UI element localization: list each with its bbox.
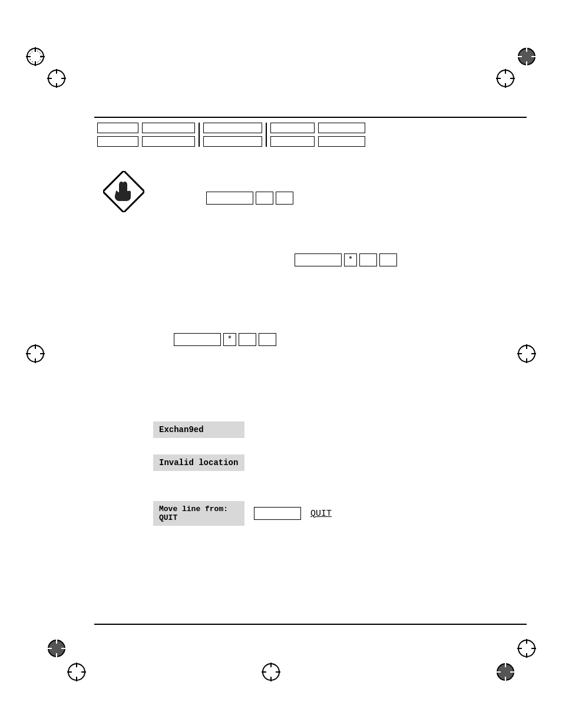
grid-rect bbox=[318, 123, 365, 133]
field-1a[interactable] bbox=[206, 192, 253, 205]
star-separator: * bbox=[344, 253, 357, 266]
reg-mark-ml bbox=[25, 343, 46, 364]
move-line-input[interactable] bbox=[254, 507, 301, 520]
reg-mark-tl-outer bbox=[25, 46, 46, 67]
star-separator-2: * bbox=[223, 333, 236, 346]
grid-col-1 bbox=[97, 123, 138, 147]
grid-rect bbox=[97, 123, 138, 133]
reg-mark-tl-inner bbox=[46, 68, 67, 89]
top-rule bbox=[94, 117, 527, 118]
move-line-area: Move line from: QUIT QUIT bbox=[153, 501, 332, 526]
grid-rect bbox=[270, 123, 315, 133]
svg-point-5 bbox=[29, 51, 41, 62]
reg-mark-bc bbox=[260, 661, 282, 683]
grid-rect bbox=[203, 123, 262, 133]
field-3a[interactable] bbox=[174, 333, 221, 346]
grid-col-4 bbox=[270, 123, 315, 147]
input-row-2: * bbox=[295, 253, 397, 266]
field-1b[interactable] bbox=[256, 192, 273, 205]
field-3c[interactable] bbox=[259, 333, 276, 346]
bottom-rule bbox=[94, 624, 527, 625]
warning-icon bbox=[103, 171, 144, 212]
status-area: Exchan9ed Invalid location bbox=[153, 421, 244, 487]
field-2a[interactable] bbox=[295, 253, 342, 266]
move-line-label: Move line from: QUIT bbox=[159, 505, 228, 522]
reg-mark-bl-inner bbox=[66, 661, 87, 683]
grid-rect bbox=[97, 136, 138, 147]
field-3b[interactable] bbox=[239, 333, 256, 346]
input-row-3: * bbox=[174, 333, 276, 346]
grid-rect bbox=[318, 136, 365, 147]
grid-col-5 bbox=[318, 123, 365, 147]
grid-rect bbox=[203, 136, 262, 147]
reg-mark-tr-outer bbox=[516, 46, 537, 67]
grid-separator bbox=[199, 123, 200, 147]
reg-mark-tr-inner bbox=[495, 68, 516, 89]
reg-mark-bl-outer bbox=[46, 638, 67, 659]
grid-container bbox=[97, 123, 524, 147]
grid-rect bbox=[142, 136, 195, 147]
grid-rect bbox=[270, 136, 315, 147]
grid-separator-2 bbox=[266, 123, 267, 147]
input-row-1 bbox=[206, 192, 293, 205]
reg-mark-br-inner bbox=[495, 661, 516, 683]
exchanged-status: Exchan9ed bbox=[153, 421, 244, 438]
quit-link[interactable]: QUIT bbox=[310, 509, 332, 519]
field-2c[interactable] bbox=[379, 253, 397, 266]
field-1c[interactable] bbox=[276, 192, 293, 205]
field-2b[interactable] bbox=[359, 253, 377, 266]
reg-mark-br-outer bbox=[516, 638, 537, 659]
invalid-location-status: Invalid location bbox=[153, 454, 244, 471]
grid-col-2 bbox=[142, 123, 195, 147]
reg-mark-mr bbox=[516, 343, 537, 364]
grid-col-3 bbox=[203, 123, 262, 147]
grid-rect bbox=[142, 123, 195, 133]
move-line-box: Move line from: QUIT bbox=[153, 501, 244, 526]
